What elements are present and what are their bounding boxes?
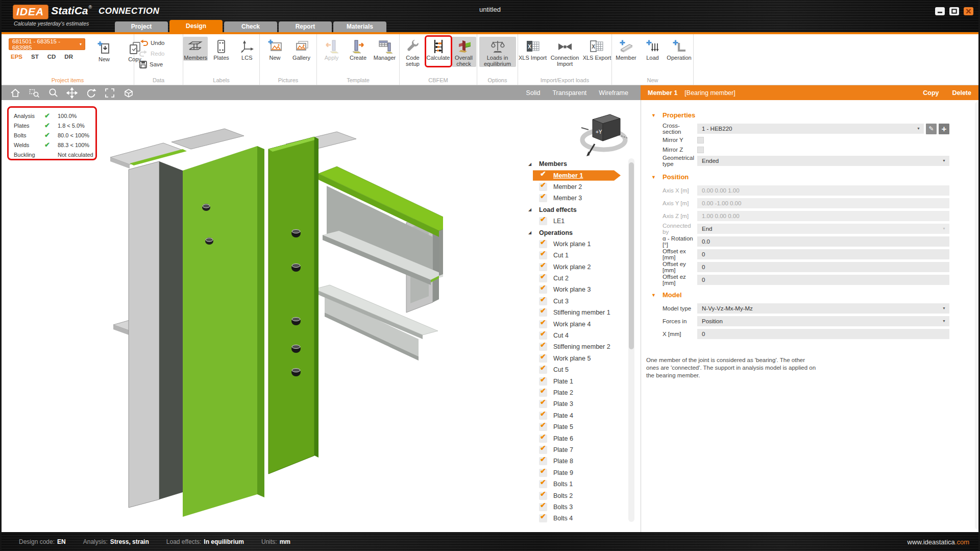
ribbon-tab[interactable]: Check	[224, 21, 277, 32]
redo-button[interactable]: Redo	[139, 49, 183, 58]
checkbox[interactable]: ✔	[539, 172, 547, 180]
website-link[interactable]: www.ideastatica.com	[908, 538, 969, 546]
solid-box-icon[interactable]	[123, 87, 134, 99]
xls-import-button[interactable]: X XLS Import	[518, 37, 547, 67]
home-icon[interactable]	[10, 87, 21, 99]
offset-ez-input[interactable]: 0	[697, 275, 949, 285]
checkbox[interactable]: ✔	[539, 297, 547, 305]
tree-item[interactable]: ◢ ✔ Plate 8	[523, 456, 640, 467]
tree-item[interactable]: ◢ ✔ Work plane 5	[523, 353, 640, 364]
3d-model[interactable]	[106, 123, 443, 526]
new-member-button[interactable]: Member	[614, 37, 639, 61]
checkbox[interactable]: ✔	[539, 457, 547, 465]
create-template-button[interactable]: Create	[346, 37, 371, 61]
tree-scrollbar[interactable]	[628, 158, 634, 522]
section-position[interactable]: ▼ Position	[651, 173, 980, 181]
apply-template-button[interactable]: Apply	[319, 37, 345, 61]
tree-item[interactable]: ◢ ✔ Plate 1	[523, 375, 640, 387]
mirror-y-checkbox[interactable]	[697, 137, 704, 143]
checkbox[interactable]: ✔	[539, 514, 547, 522]
checkbox[interactable]: ✔	[539, 251, 547, 259]
tree-item[interactable]: ◢ ✔ Operations	[523, 227, 640, 238]
model-type-select[interactable]: N-Vy-Vz-Mx-My-Mz▼	[697, 303, 949, 314]
tree-item[interactable]: ◢ ✔ Load effects	[523, 204, 640, 215]
new-operation-button[interactable]: Operation	[667, 37, 692, 61]
ribbon-tab[interactable]: Report	[279, 21, 332, 32]
tree-item[interactable]: ◢ ✔ Member 2	[523, 181, 640, 193]
checkbox[interactable]: ✔	[539, 366, 547, 374]
checkbox[interactable]: ✔	[539, 263, 547, 271]
tree-item[interactable]: ◢ ✔ Plate 2	[523, 387, 640, 398]
tree-item[interactable]: ◢ ✔ Plate 7	[523, 444, 640, 456]
checkbox[interactable]: ✔	[539, 308, 547, 317]
tree-item[interactable]: ◢ ✔ Cut 1	[523, 250, 640, 261]
expander-icon[interactable]: ◢	[528, 162, 539, 166]
tree-item[interactable]: ◢ ✔ Plate 9	[523, 467, 640, 478]
checkbox[interactable]: ✔	[539, 412, 547, 420]
tree-item[interactable]: ◢ ✔ Cut 5	[523, 364, 640, 375]
tree-item[interactable]: ◢ ✔ Bolts 4	[523, 513, 640, 524]
checkbox[interactable]: ✔	[539, 480, 547, 488]
cross-section-select[interactable]: 1 - HEB220▼	[697, 124, 924, 134]
checkbox[interactable]: ✔	[539, 446, 547, 454]
checkbox[interactable]: ✔	[539, 400, 547, 408]
code-dr[interactable]: DR	[64, 54, 73, 60]
edit-cross-section-button[interactable]: ✎	[926, 124, 937, 134]
code-eps[interactable]: EPS	[11, 54, 22, 60]
maximize-button[interactable]	[949, 7, 959, 15]
view-mode-button[interactable]: Wireframe	[599, 89, 628, 97]
fit-view-icon[interactable]	[104, 87, 115, 99]
ribbon-tab[interactable]: Project	[115, 21, 168, 32]
tree-item[interactable]: ◢ ✔ LE1	[523, 215, 640, 227]
checkbox[interactable]: ✔	[539, 183, 547, 191]
section-model[interactable]: ▼ Model	[651, 291, 980, 299]
tree-item[interactable]: ◢ ✔ Work plane 3	[523, 284, 640, 295]
tree-item[interactable]: ◢ ✔ Cut 3	[523, 296, 640, 307]
tree-item[interactable]: ◢ ✔ Bolts 1	[523, 478, 640, 490]
view-mode-button[interactable]: Solid	[526, 89, 541, 97]
checkbox[interactable]: ✔	[539, 274, 547, 282]
loads-in-equilibrium-button[interactable]: Loads in equilibrium	[479, 37, 516, 67]
mirror-z-checkbox[interactable]	[697, 147, 704, 153]
checkbox[interactable]: ✔	[539, 194, 547, 202]
tree-item[interactable]: ◢ ✔ Members	[523, 158, 640, 170]
checkbox[interactable]: ✔	[539, 492, 547, 500]
checkbox[interactable]: ✔	[539, 331, 547, 340]
tree-item[interactable]: ◢ ✔ Plate 5	[523, 421, 640, 433]
code-setup-button[interactable]: Code setup	[401, 37, 425, 67]
rotate-icon[interactable]	[85, 87, 96, 99]
plates-labels-button[interactable]: Plates	[209, 37, 233, 61]
checkbox[interactable]: ✔	[539, 285, 547, 294]
checkbox[interactable]: ✔	[539, 354, 547, 363]
tree-item[interactable]: ◢ ✔ Stiffening member 2	[523, 341, 640, 352]
offset-ex-input[interactable]: 0	[697, 249, 949, 259]
undo-button[interactable]: Undo	[139, 38, 183, 47]
ribbon-tab[interactable]: Design	[169, 20, 223, 32]
ribbon-tab[interactable]: Materials	[333, 21, 386, 32]
section-properties[interactable]: ▼ Properties	[651, 111, 980, 119]
new-project-item-button[interactable]: New	[91, 38, 117, 62]
checkbox[interactable]: ✔	[539, 377, 547, 386]
tree-item[interactable]: ◢ ✔ Bolts 3	[523, 501, 640, 513]
new-picture-button[interactable]: New	[262, 37, 288, 61]
checkbox[interactable]: ✔	[539, 469, 547, 477]
zoom-icon[interactable]	[47, 87, 59, 99]
save-button[interactable]: Save	[139, 60, 183, 69]
expander-icon[interactable]: ◢	[528, 207, 539, 212]
xls-export-button[interactable]: X XLS Export	[582, 37, 611, 67]
checkbox[interactable]: ✔	[539, 240, 547, 248]
tree-item[interactable]: ◢ ✔ Work plane 2	[523, 261, 640, 273]
minimize-button[interactable]	[935, 7, 945, 15]
tree-item[interactable]: ◢ ✔ Work plane 1	[523, 238, 640, 250]
scrollbar-thumb[interactable]	[629, 162, 634, 349]
tree-item[interactable]: ◢ ✔ Plate 4	[523, 410, 640, 421]
gallery-button[interactable]: Gallery	[289, 37, 314, 61]
checkbox[interactable]: ✔	[539, 217, 547, 225]
checkbox[interactable]: ✔	[539, 503, 547, 511]
geometrical-type-select[interactable]: Ended▼	[697, 156, 949, 166]
rotation-input[interactable]: 0.0	[697, 236, 949, 247]
forces-in-select[interactable]: Position▼	[697, 316, 949, 326]
checkbox[interactable]: ✔	[539, 343, 547, 351]
members-labels-button[interactable]: Members	[183, 37, 208, 61]
tree-item[interactable]: ◢ ✔ Plate 6	[523, 433, 640, 444]
